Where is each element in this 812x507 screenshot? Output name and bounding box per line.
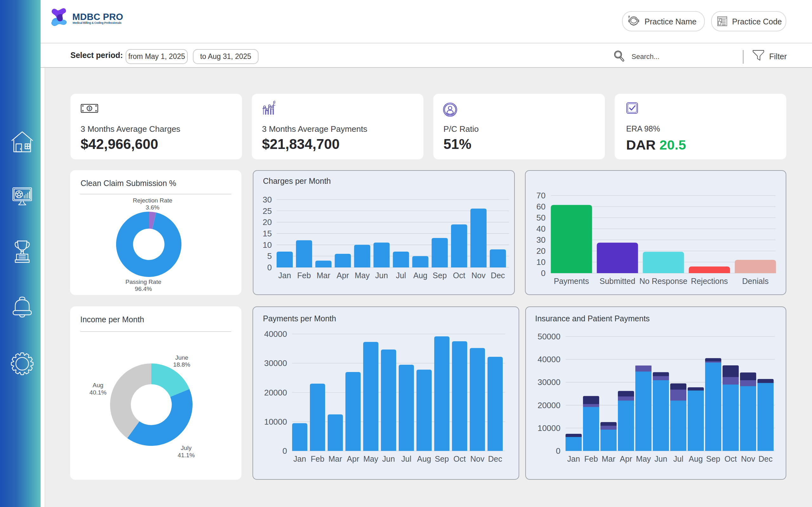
svg-text:Sep: Sep bbox=[435, 454, 449, 463]
svg-text:10: 10 bbox=[263, 240, 272, 250]
svg-text:10000: 10000 bbox=[538, 424, 560, 433]
svg-text:No Response: No Response bbox=[640, 277, 687, 285]
svg-text:Feb: Feb bbox=[297, 271, 311, 280]
svg-text:Jul: Jul bbox=[396, 271, 406, 280]
svg-text:Oct: Oct bbox=[454, 454, 466, 463]
svg-text:20: 20 bbox=[263, 217, 272, 227]
svg-text:0: 0 bbox=[267, 263, 272, 272]
svg-text:Apr: Apr bbox=[620, 454, 632, 463]
svg-text:40000: 40000 bbox=[264, 329, 287, 339]
svg-text:40000: 40000 bbox=[538, 354, 560, 364]
svg-text:Nov: Nov bbox=[741, 454, 755, 463]
svg-text:50: 50 bbox=[537, 213, 546, 222]
svg-text:Mar: Mar bbox=[328, 454, 342, 463]
svg-text:Jan: Jan bbox=[293, 454, 306, 463]
svg-text:May: May bbox=[363, 454, 378, 463]
svg-text:Mar: Mar bbox=[316, 271, 330, 280]
svg-text:May: May bbox=[355, 271, 370, 280]
svg-text:Jan: Jan bbox=[278, 271, 291, 280]
svg-text:Payments: Payments bbox=[554, 277, 589, 285]
svg-text:40: 40 bbox=[537, 224, 546, 233]
svg-text:50000: 50000 bbox=[538, 332, 560, 341]
svg-text:Oct: Oct bbox=[453, 271, 465, 280]
svg-text:July: July bbox=[181, 445, 192, 451]
svg-text:Jan: Jan bbox=[567, 454, 580, 463]
svg-text:41.1%: 41.1% bbox=[177, 452, 195, 458]
svg-text:Sep: Sep bbox=[706, 454, 720, 463]
svg-text:96.4%: 96.4% bbox=[135, 285, 152, 292]
svg-text:Feb: Feb bbox=[310, 454, 324, 463]
svg-text:Rejections: Rejections bbox=[691, 277, 728, 285]
svg-text:Apr: Apr bbox=[347, 454, 359, 463]
svg-text:Submitted: Submitted bbox=[600, 277, 635, 285]
svg-text:30: 30 bbox=[263, 195, 272, 205]
svg-text:Aug: Aug bbox=[689, 454, 703, 463]
svg-text:0: 0 bbox=[283, 446, 287, 456]
svg-text:Jul: Jul bbox=[673, 454, 683, 463]
svg-text:Sep: Sep bbox=[433, 271, 447, 280]
svg-text:Nov: Nov bbox=[470, 454, 485, 463]
svg-text:Dec: Dec bbox=[488, 454, 502, 463]
svg-text:Denials: Denials bbox=[742, 277, 768, 285]
svg-text:June: June bbox=[175, 354, 188, 361]
svg-text:Jul: Jul bbox=[401, 454, 411, 463]
svg-text:20000: 20000 bbox=[538, 400, 560, 410]
svg-text:Apr: Apr bbox=[337, 271, 349, 280]
svg-text:Aug: Aug bbox=[417, 454, 431, 463]
svg-text:0: 0 bbox=[556, 446, 560, 456]
svg-text:10000: 10000 bbox=[264, 417, 287, 427]
svg-text:40.1%: 40.1% bbox=[90, 389, 107, 396]
svg-text:30: 30 bbox=[537, 235, 546, 245]
svg-text:Passing Rate: Passing Rate bbox=[125, 279, 161, 285]
svg-text:15: 15 bbox=[263, 229, 272, 238]
svg-text:Aug: Aug bbox=[93, 382, 103, 389]
svg-text:10: 10 bbox=[537, 257, 546, 267]
svg-text:Jun: Jun bbox=[654, 454, 667, 463]
svg-text:20: 20 bbox=[537, 246, 546, 256]
svg-text:Jun: Jun bbox=[375, 271, 388, 280]
svg-text:25: 25 bbox=[263, 206, 272, 216]
svg-text:Dec: Dec bbox=[491, 271, 505, 280]
svg-text:Aug: Aug bbox=[413, 271, 427, 280]
svg-text:Mar: Mar bbox=[602, 454, 615, 463]
svg-text:60: 60 bbox=[537, 202, 546, 211]
svg-text:70: 70 bbox=[537, 191, 546, 200]
svg-text:Nov: Nov bbox=[471, 271, 486, 280]
svg-text:30000: 30000 bbox=[264, 358, 287, 368]
svg-text:Dec: Dec bbox=[758, 454, 772, 463]
svg-text:5: 5 bbox=[267, 251, 272, 261]
svg-text:30000: 30000 bbox=[538, 377, 560, 387]
svg-text:$: $ bbox=[89, 107, 90, 110]
svg-text:Feb: Feb bbox=[584, 454, 598, 463]
svg-text:3.6%: 3.6% bbox=[146, 204, 159, 211]
svg-text:0: 0 bbox=[541, 268, 546, 278]
svg-text:18.8%: 18.8% bbox=[173, 361, 190, 368]
svg-text:Jun: Jun bbox=[382, 454, 395, 463]
svg-text:May: May bbox=[636, 454, 651, 463]
svg-text:Oct: Oct bbox=[724, 454, 737, 463]
svg-text:Rejection Rate: Rejection Rate bbox=[133, 197, 172, 204]
svg-text:20000: 20000 bbox=[264, 388, 287, 397]
